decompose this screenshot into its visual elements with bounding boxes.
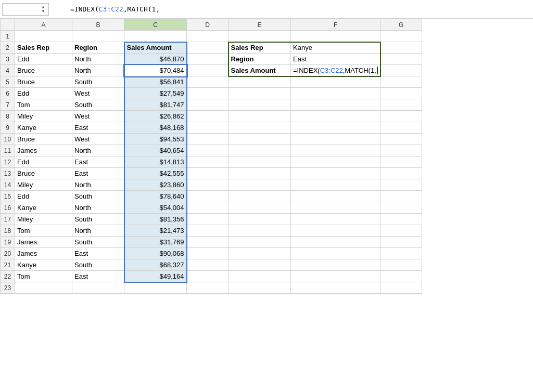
cell-f6[interactable] <box>291 88 380 99</box>
col-header-b[interactable]: B <box>72 19 124 31</box>
cell-c22[interactable]: $49,164 <box>124 271 187 282</box>
cell-g22[interactable] <box>380 271 422 282</box>
cell-c9[interactable]: $48,168 <box>124 122 187 134</box>
cell-d19[interactable] <box>187 237 229 248</box>
cell-g2[interactable] <box>380 42 422 54</box>
cell-f17[interactable] <box>291 214 380 225</box>
cell-e23[interactable] <box>229 282 291 294</box>
cell-g13[interactable] <box>380 168 422 179</box>
cell-a21[interactable]: Kanye <box>15 259 72 271</box>
cell-e22[interactable] <box>229 271 291 282</box>
cell-f14[interactable] <box>291 179 380 191</box>
cell-d6[interactable] <box>187 88 229 99</box>
cell-a12[interactable]: Edd <box>15 156 72 168</box>
cell-c11[interactable]: $40,654 <box>124 145 187 156</box>
col-header-f[interactable]: F <box>291 19 380 31</box>
cell-c14[interactable]: $23,860 <box>124 179 187 191</box>
cell-d17[interactable] <box>187 214 229 225</box>
cell-c15[interactable]: $78,640 <box>124 191 187 202</box>
cell-a19[interactable]: James <box>15 237 72 248</box>
cell-b15[interactable]: South <box>72 191 124 202</box>
col-header-a[interactable]: A <box>15 19 72 31</box>
cell-f7[interactable] <box>291 99 380 111</box>
cell-a13[interactable]: Bruce <box>15 168 72 179</box>
cell-a16[interactable]: Kanye <box>15 202 72 214</box>
cell-d2[interactable] <box>187 42 229 54</box>
cell-a3[interactable]: Edd <box>15 54 72 65</box>
cell-d7[interactable] <box>187 99 229 111</box>
cell-g16[interactable] <box>380 202 422 214</box>
cell-c2[interactable]: Sales Amount <box>124 42 187 54</box>
cell-c12[interactable]: $14,813 <box>124 156 187 168</box>
cell-f9[interactable] <box>291 122 380 134</box>
cell-g7[interactable] <box>380 99 422 111</box>
cell-b11[interactable]: North <box>72 145 124 156</box>
cell-f18[interactable] <box>291 225 380 237</box>
cell-d12[interactable] <box>187 156 229 168</box>
cell-g6[interactable] <box>380 88 422 99</box>
cell-d22[interactable] <box>187 271 229 282</box>
cell-g4[interactable] <box>380 65 422 76</box>
cell-b16[interactable]: North <box>72 202 124 214</box>
cell-c10[interactable]: $94,553 <box>124 134 187 145</box>
col-header-g[interactable]: G <box>380 19 422 31</box>
cell-c18[interactable]: $21,473 <box>124 225 187 237</box>
cell-f20[interactable] <box>291 248 380 259</box>
cell-c19[interactable]: $31,769 <box>124 237 187 248</box>
cell-e5[interactable] <box>229 76 291 88</box>
cell-c7[interactable]: $81,747 <box>124 99 187 111</box>
cell-g8[interactable] <box>380 111 422 122</box>
cell-e20[interactable] <box>229 248 291 259</box>
cell-f22[interactable] <box>291 271 380 282</box>
cell-b9[interactable]: East <box>72 122 124 134</box>
cell-e11[interactable] <box>229 145 291 156</box>
cell-b3[interactable]: North <box>72 54 124 65</box>
cell-d11[interactable] <box>187 145 229 156</box>
cell-b12[interactable]: East <box>72 156 124 168</box>
cell-a23[interactable] <box>15 282 72 294</box>
cell-b17[interactable]: South <box>72 214 124 225</box>
cell-g17[interactable] <box>380 214 422 225</box>
cell-d13[interactable] <box>187 168 229 179</box>
cell-g15[interactable] <box>380 191 422 202</box>
cell-c5[interactable]: $56,841 <box>124 76 187 88</box>
cell-e9[interactable] <box>229 122 291 134</box>
cell-d16[interactable] <box>187 202 229 214</box>
cell-f4[interactable]: =INDEX(C3:C22,MATCH(1, <box>291 65 380 76</box>
cell-e18[interactable] <box>229 225 291 237</box>
cell-b20[interactable]: East <box>72 248 124 259</box>
cell-c4[interactable]: $70,484 <box>124 65 187 76</box>
cell-a18[interactable]: Tom <box>15 225 72 237</box>
cell-g20[interactable] <box>380 248 422 259</box>
cell-d8[interactable] <box>187 111 229 122</box>
cell-c23[interactable] <box>124 282 187 294</box>
cell-a6[interactable]: Edd <box>15 88 72 99</box>
cell-a15[interactable]: Edd <box>15 191 72 202</box>
cell-f16[interactable] <box>291 202 380 214</box>
cell-a7[interactable]: Tom <box>15 99 72 111</box>
col-header-c[interactable]: C <box>124 19 187 31</box>
cell-a20[interactable]: James <box>15 248 72 259</box>
cell-b10[interactable]: West <box>72 134 124 145</box>
cell-b1[interactable] <box>72 31 124 42</box>
cell-f15[interactable] <box>291 191 380 202</box>
cell-f23[interactable] <box>291 282 380 294</box>
cell-g19[interactable] <box>380 237 422 248</box>
cell-g21[interactable] <box>380 259 422 271</box>
cell-f1[interactable] <box>291 31 380 42</box>
cell-e6[interactable] <box>229 88 291 99</box>
cell-d10[interactable] <box>187 134 229 145</box>
cell-d21[interactable] <box>187 259 229 271</box>
cell-g1[interactable] <box>380 31 422 42</box>
cell-e21[interactable] <box>229 259 291 271</box>
cell-f8[interactable] <box>291 111 380 122</box>
cell-g10[interactable] <box>380 134 422 145</box>
cell-a8[interactable]: Miley <box>15 111 72 122</box>
cell-b23[interactable] <box>72 282 124 294</box>
cell-d1[interactable] <box>187 31 229 42</box>
cell-a17[interactable]: Miley <box>15 214 72 225</box>
cell-b5[interactable]: South <box>72 76 124 88</box>
cell-g5[interactable] <box>380 76 422 88</box>
cell-e1[interactable] <box>229 31 291 42</box>
col-header-d[interactable]: D <box>187 19 229 31</box>
